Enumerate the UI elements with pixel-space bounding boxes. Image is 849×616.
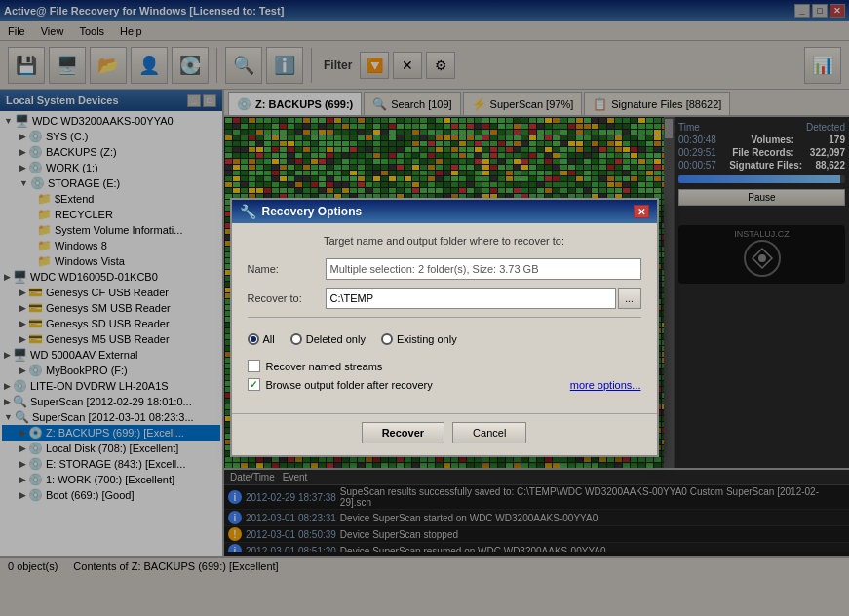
named-streams-checkbox[interactable]: [248, 360, 260, 372]
named-streams-label: Recover named streams: [266, 361, 383, 372]
radio-existing-indicator: [381, 333, 393, 345]
radio-all-label: All: [263, 333, 275, 345]
radio-group: All Deleted only Existing only: [248, 326, 641, 353]
more-options-link[interactable]: more options...: [570, 379, 641, 391]
dialog-divider: [248, 317, 641, 318]
recovery-options-dialog: 🔧 Recovery Options ✕ Target name and out…: [230, 198, 659, 457]
radio-existing-label: Existing only: [397, 333, 457, 345]
recover-to-field-row: Recover to: ...: [248, 288, 641, 309]
named-streams-row: Recover named streams: [248, 357, 641, 375]
browse-after-label: Browse output folder after recovery: [266, 379, 433, 391]
dialog-title-text: Recovery Options: [262, 205, 363, 218]
browse-button[interactable]: ...: [618, 288, 641, 309]
recover-to-input[interactable]: [326, 288, 616, 309]
browse-after-checkbox[interactable]: [248, 378, 260, 391]
radio-deleted-indicator: [290, 333, 302, 345]
radio-deleted[interactable]: Deleted only: [290, 333, 366, 345]
cancel-button[interactable]: Cancel: [452, 422, 526, 443]
radio-existing[interactable]: Existing only: [381, 333, 457, 345]
name-input[interactable]: [326, 258, 641, 280]
dialog-overlay: 🔧 Recovery Options ✕ Target name and out…: [0, 0, 849, 616]
name-field-row: Name:: [248, 258, 641, 280]
recover-to-input-group: ...: [326, 288, 641, 309]
dialog-footer: Recover Cancel: [232, 413, 657, 455]
dialog-icon: 🔧: [240, 204, 256, 219]
options-row: Recover named streams Browse output fold…: [248, 353, 641, 398]
name-label: Name:: [248, 263, 326, 275]
radio-all[interactable]: All: [248, 333, 275, 345]
radio-all-indicator: [248, 333, 259, 345]
dialog-close-button[interactable]: ✕: [634, 205, 649, 218]
dialog-title-bar: 🔧 Recovery Options ✕: [232, 200, 657, 223]
dialog-description: Target name and output folder where to r…: [248, 235, 641, 247]
dialog-body: Target name and output folder where to r…: [232, 223, 657, 409]
browse-after-row: Browse output folder after recovery more…: [248, 375, 641, 394]
recover-button[interactable]: Recover: [362, 422, 444, 443]
recover-to-label: Recover to:: [248, 292, 326, 304]
radio-deleted-label: Deleted only: [306, 333, 366, 345]
